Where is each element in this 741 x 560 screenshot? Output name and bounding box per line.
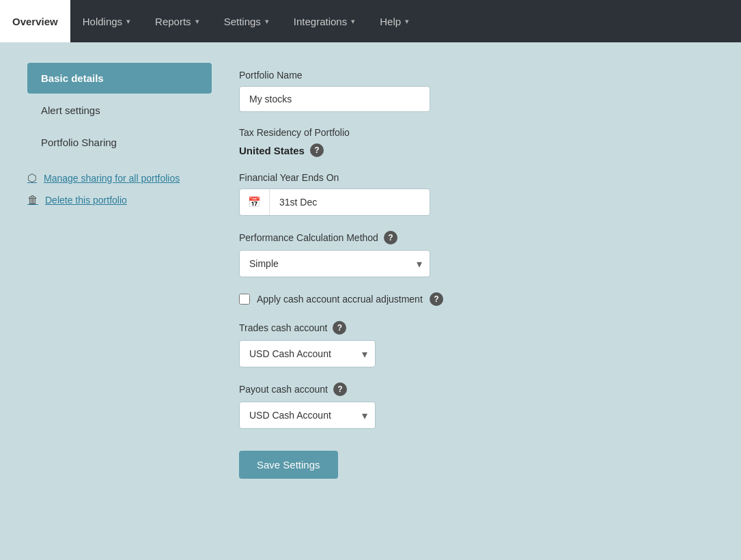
nav-item-reports[interactable]: Reports▾ [143, 0, 212, 42]
sidebar-item-portfolio-sharing[interactable]: Portfolio Sharing [27, 127, 212, 158]
nav-arrow-holdings: ▾ [126, 17, 130, 26]
tax-residency-value-row: United States ? [239, 143, 714, 157]
nav-arrow-settings: ▾ [265, 17, 269, 26]
sidebar-link-manage-sharing[interactable]: ⬡Manage sharing for all portfolios [27, 171, 212, 184]
performance-select[interactable]: SimpleTime-WeightedMoney-Weighted [239, 250, 430, 277]
sidebar: Basic detailsAlert settingsPortfolio Sha… [27, 63, 212, 479]
nav-arrow-help: ▾ [405, 17, 409, 26]
settings-content: Portfolio Name Tax Residency of Portfoli… [239, 63, 714, 479]
nav-item-holdings[interactable]: Holdings▾ [70, 0, 143, 42]
cash-accrual-help-icon[interactable]: ? [430, 292, 443, 306]
sidebar-item-basic-details[interactable]: Basic details [27, 63, 212, 94]
nav-label-overview: Overview [12, 16, 58, 27]
share-icon: ⬡ [27, 171, 37, 184]
nav-item-settings[interactable]: Settings▾ [212, 0, 281, 42]
navbar: OverviewHoldings▾Reports▾Settings▾Integr… [0, 0, 741, 42]
nav-arrow-integrations: ▾ [351, 17, 355, 26]
financial-year-label: Financial Year Ends On [239, 172, 714, 183]
cash-accrual-row: Apply cash account accrual adjustment ? [239, 292, 714, 306]
performance-method-group: Performance Calculation Method ? SimpleT… [239, 231, 714, 277]
nav-item-overview[interactable]: Overview [0, 0, 70, 42]
trades-cash-select-wrapper: USD Cash AccountEUR Cash AccountGBP Cash… [239, 340, 376, 367]
performance-label: Performance Calculation Method [239, 232, 378, 243]
trades-cash-group: Trades cash account ? USD Cash AccountEU… [239, 321, 714, 367]
payout-cash-label-row: Payout cash account ? [239, 382, 714, 396]
performance-label-row: Performance Calculation Method ? [239, 231, 714, 244]
sidebar-link-delete-portfolio[interactable]: 🗑Delete this portfolio [27, 194, 212, 206]
portfolio-name-label: Portfolio Name [239, 70, 714, 81]
trades-cash-select[interactable]: USD Cash AccountEUR Cash AccountGBP Cash… [239, 340, 376, 367]
payout-cash-group: Payout cash account ? USD Cash AccountEU… [239, 382, 714, 429]
trash-icon: 🗑 [27, 194, 38, 206]
trades-cash-help-icon[interactable]: ? [333, 321, 346, 335]
nav-label-holdings: Holdings [83, 16, 122, 27]
payout-cash-label: Payout cash account [239, 384, 328, 395]
nav-label-integrations: Integrations [294, 16, 347, 27]
trades-cash-label-row: Trades cash account ? [239, 321, 714, 335]
nav-label-reports: Reports [155, 16, 191, 27]
cash-accrual-label: Apply cash account accrual adjustment [257, 294, 423, 305]
financial-year-date-input[interactable]: 📅 31st Dec [239, 188, 430, 216]
payout-cash-select-wrapper: USD Cash AccountEUR Cash AccountGBP Cash… [239, 402, 376, 429]
financial-year-group: Financial Year Ends On 📅 31st Dec [239, 172, 714, 216]
performance-select-wrapper: SimpleTime-WeightedMoney-Weighted ▾ [239, 250, 430, 277]
calendar-icon: 📅 [240, 189, 270, 215]
financial-year-value: 31st Dec [270, 190, 430, 214]
portfolio-name-input[interactable] [239, 86, 430, 112]
payout-cash-help-icon[interactable]: ? [333, 382, 347, 396]
sidebar-item-alert-settings[interactable]: Alert settings [27, 95, 212, 126]
portfolio-name-group: Portfolio Name [239, 70, 714, 112]
sidebar-link-label-delete-portfolio: Delete this portfolio [45, 195, 127, 206]
tax-residency-label: Tax Residency of Portfolio [239, 127, 714, 138]
trades-cash-label: Trades cash account [239, 322, 327, 333]
nav-label-help: Help [380, 16, 401, 27]
tax-residency-value: United States [239, 145, 305, 156]
save-settings-button[interactable]: Save Settings [239, 451, 338, 479]
sidebar-link-label-manage-sharing: Manage sharing for all portfolios [44, 173, 180, 184]
nav-arrow-reports: ▾ [195, 17, 199, 26]
nav-label-settings: Settings [224, 16, 261, 27]
payout-cash-select[interactable]: USD Cash AccountEUR Cash AccountGBP Cash… [239, 402, 376, 429]
tax-residency-group: Tax Residency of Portfolio United States… [239, 127, 714, 157]
nav-item-help[interactable]: Help▾ [367, 0, 421, 42]
performance-help-icon[interactable]: ? [384, 231, 397, 244]
tax-residency-help-icon[interactable]: ? [310, 143, 324, 157]
cash-accrual-checkbox[interactable] [239, 294, 250, 305]
nav-item-integrations[interactable]: Integrations▾ [281, 0, 367, 42]
